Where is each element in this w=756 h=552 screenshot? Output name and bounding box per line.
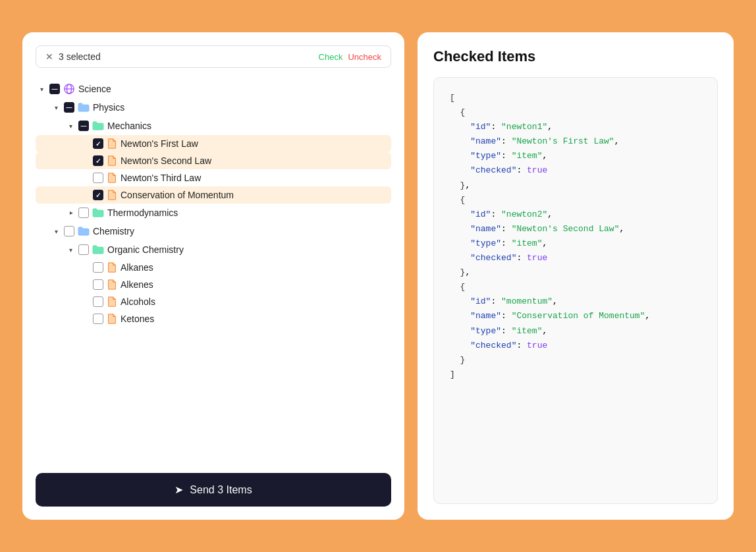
checkbox-momentum[interactable] — [93, 190, 103, 200]
doc-icon-newton2 — [107, 155, 117, 166]
uncheck-button[interactable]: Uncheck — [348, 52, 381, 62]
checkbox-organic[interactable] — [78, 244, 89, 255]
folder-icon-thermo — [92, 207, 104, 219]
newton2-label: Newton's Second Law — [121, 155, 211, 166]
tree-item-chemistry[interactable]: ▾ Chemistry — [36, 222, 391, 240]
tree-item-alcohols[interactable]: Alcohols — [36, 293, 391, 310]
tree-item-science[interactable]: ▾ Science — [36, 80, 391, 98]
checkbox-alkanes[interactable] — [93, 262, 103, 273]
right-panel: Checked Items [ { "id": "newton1", "name… — [418, 32, 734, 520]
check-button[interactable]: Check — [319, 52, 343, 62]
checkbox-chemistry[interactable] — [64, 226, 74, 236]
tree-item-newton1[interactable]: Newton's First Law — [36, 135, 391, 152]
tree-item-newton3[interactable]: Newton's Third Law — [36, 169, 391, 186]
checkbox-newton1[interactable] — [93, 138, 103, 149]
tree-item-physics[interactable]: ▾ Physics — [36, 98, 391, 117]
tree: ▾ Science ▾ Physics ▾ Mechanic — [36, 80, 391, 460]
alcohols-label: Alcohols — [121, 296, 155, 307]
tree-item-alkenes[interactable]: Alkenes — [36, 276, 391, 293]
doc-icon-newton3 — [107, 173, 117, 183]
alkenes-label: Alkenes — [121, 279, 153, 290]
json-content: [ { "id": "newton1", "name": "Newton's F… — [450, 91, 701, 382]
send-icon: ➤ — [175, 483, 183, 496]
tree-item-momentum[interactable]: Conservation of Momentum — [36, 186, 391, 204]
send-button-label: Send 3 Items — [190, 484, 252, 496]
doc-icon-ketones — [107, 314, 117, 324]
thermo-label: Thermodynamics — [107, 207, 178, 218]
checkbox-thermo[interactable] — [78, 207, 89, 218]
folder-icon-physics — [78, 101, 90, 113]
checkbox-newton3[interactable] — [93, 173, 103, 183]
momentum-label: Conservation of Momentum — [121, 190, 234, 200]
checkbox-newton2[interactable] — [93, 155, 103, 166]
send-button[interactable]: ➤ Send 3 Items — [36, 473, 391, 507]
ketones-label: Ketones — [121, 314, 154, 324]
chevron-icon: ▾ — [51, 104, 61, 111]
newton1-label: Newton's First Law — [121, 138, 198, 149]
folder-icon-organic — [92, 244, 104, 256]
doc-icon-alkenes — [107, 279, 117, 290]
checkbox-alkenes[interactable] — [93, 279, 103, 290]
mechanics-label: Mechanics — [107, 121, 151, 131]
checkbox-mechanics[interactable] — [78, 121, 89, 131]
checkbox-alcohols[interactable] — [93, 296, 103, 307]
clear-selection-icon[interactable]: ✕ — [45, 51, 53, 62]
chevron-icon: ▾ — [67, 208, 74, 217]
checkbox-ketones[interactable] — [93, 314, 103, 324]
alkanes-label: Alkanes — [121, 262, 153, 273]
tree-item-newton2[interactable]: Newton's Second Law — [36, 152, 391, 169]
panel-title: Checked Items — [433, 48, 718, 65]
physics-label: Physics — [93, 102, 124, 113]
checkbox-science[interactable] — [49, 84, 60, 94]
newton3-label: Newton's Third Law — [121, 173, 201, 183]
doc-icon-alkanes — [107, 262, 117, 273]
tree-item-mechanics[interactable]: ▾ Mechanics — [36, 117, 391, 135]
chevron-icon: ▾ — [37, 86, 46, 93]
left-panel: ✕ 3 selected Check Uncheck ▾ Science ▾ P… — [22, 32, 404, 520]
chevron-icon: ▾ — [66, 246, 75, 254]
checkbox-physics[interactable] — [64, 102, 74, 113]
search-bar[interactable]: ✕ 3 selected Check Uncheck — [36, 45, 391, 68]
tree-item-alkanes[interactable]: Alkanes — [36, 259, 391, 276]
tree-item-thermo[interactable]: ▾ Thermodynamics — [36, 204, 391, 222]
doc-icon-momentum — [107, 190, 117, 200]
chevron-icon: ▾ — [51, 228, 61, 235]
doc-icon-newton1 — [107, 138, 117, 149]
doc-icon-alcohols — [107, 296, 117, 307]
tree-item-ketones[interactable]: Ketones — [36, 310, 391, 327]
chevron-icon: ▾ — [66, 123, 75, 130]
folder-icon-mechanics — [92, 120, 104, 132]
science-label: Science — [78, 84, 111, 94]
organic-label: Organic Chemistry — [107, 244, 184, 255]
globe-icon — [63, 83, 75, 95]
chemistry-label: Chemistry — [93, 226, 134, 236]
folder-icon-chemistry — [78, 225, 90, 237]
json-box: [ { "id": "newton1", "name": "Newton's F… — [433, 77, 718, 504]
tree-item-organic[interactable]: ▾ Organic Chemistry — [36, 240, 391, 259]
selected-count-text: 3 selected — [59, 51, 313, 62]
